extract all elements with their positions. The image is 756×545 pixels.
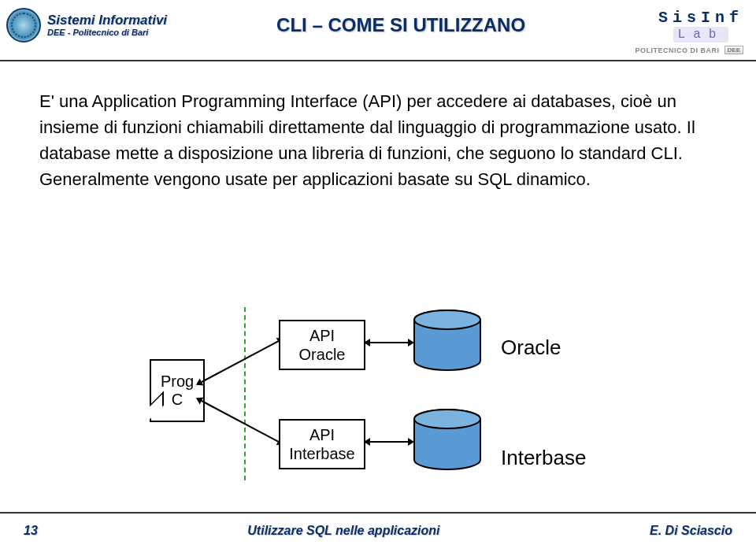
header-divider: [0, 60, 756, 61]
brand-dee: DEE: [724, 46, 743, 54]
footer-author: E. Di Sciascio: [650, 524, 732, 538]
api-oracle-box: API Oracle: [279, 320, 365, 370]
api-interbase-box: API Interbase: [279, 419, 365, 469]
org-logo-icon: [6, 8, 41, 43]
svg-point-3: [414, 410, 480, 428]
db-cylinder-interbase-icon: [413, 408, 482, 466]
brand-poli: POLITECNICO DI BARI: [636, 46, 720, 54]
slide-header: Sistemi Informativi DEE - Politecnico di…: [0, 0, 756, 44]
program-file-icon: Prog C: [150, 359, 205, 422]
brand-name: SisInf: [658, 9, 743, 27]
api1-l2: Oracle: [288, 345, 356, 364]
db-label-interbase: Interbase: [501, 446, 586, 470]
prog-label-1: Prog: [161, 373, 194, 391]
brand-subline: POLITECNICO DI BARI DEE: [636, 46, 743, 54]
arrow-prog-api-oracle: [202, 340, 279, 382]
api-boundary-line: [244, 307, 246, 480]
arrow-api-db-interbase: [370, 441, 408, 443]
api2-l1: API: [288, 425, 356, 444]
slide-footer: 13 Utilizzare SQL nelle applicazioni E. …: [0, 517, 756, 545]
db-cylinder-oracle-icon: [413, 309, 482, 367]
page-number: 13: [24, 524, 38, 538]
body-paragraph: E' una Application Programming Interface…: [39, 88, 717, 192]
brand-block: SisInf Lab: [658, 9, 743, 43]
arrow-prog-api-interbase: [202, 400, 279, 442]
architecture-diagram: Prog C API Oracle API Interbase Oracle I…: [0, 299, 756, 496]
api1-l1: API: [288, 326, 356, 345]
arrow-api-db-oracle: [370, 342, 408, 343]
footer-divider: [0, 512, 756, 513]
brand-lab: Lab: [673, 27, 729, 43]
db-label-oracle: Oracle: [501, 336, 561, 360]
api2-l2: Interbase: [288, 444, 356, 463]
svg-point-1: [414, 310, 480, 329]
slide-title: CLI – COME SI UTILIZZANO: [143, 14, 658, 36]
footer-title: Utilizzare SQL nelle applicazioni: [247, 524, 439, 538]
prog-label-2: C: [172, 391, 183, 409]
